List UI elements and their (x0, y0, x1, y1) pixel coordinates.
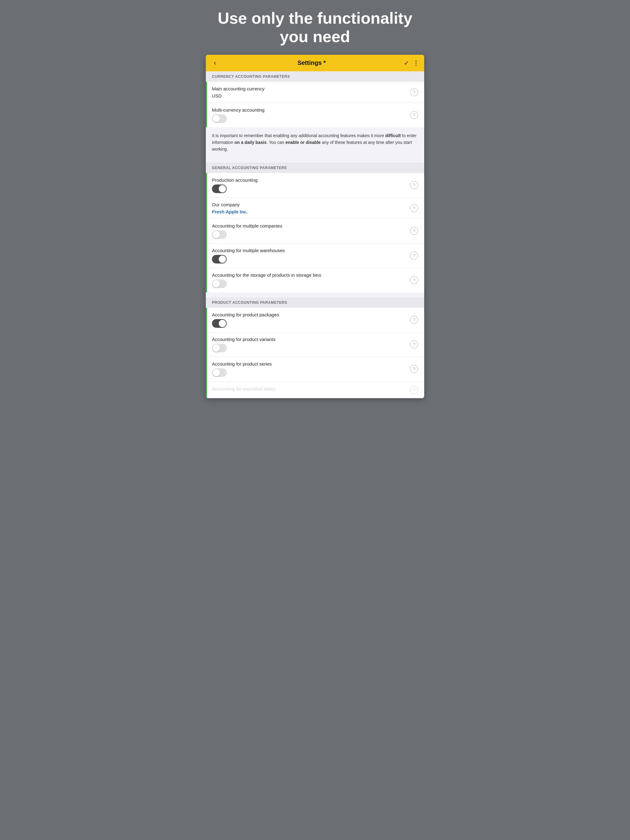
row-content: Our company Fresh Apple Inc. (212, 202, 410, 214)
row-value: USD (212, 93, 410, 98)
storage-bins-toggle[interactable] (212, 279, 227, 288)
table-row: Multi-currency accounting ? (207, 103, 424, 127)
row-content: Accounting for product series (212, 361, 410, 377)
table-row: Accounting for expiration dates ? (207, 382, 424, 398)
section-header-currency: CURRENCY ACCOUNTING PARAMETERS (206, 71, 424, 82)
row-label: Accounting for product series (212, 361, 410, 366)
row-label: Multi-currency accounting (212, 107, 410, 112)
row-content: Accounting for multiple companies (212, 223, 410, 239)
help-icon[interactable]: ? (410, 276, 418, 284)
product-group: Accounting for product packages ? Accoun… (206, 308, 424, 398)
row-content: Multi-currency accounting (212, 107, 410, 123)
row-value-company[interactable]: Fresh Apple Inc. (212, 209, 410, 214)
row-content: Accounting for the storage of products i… (212, 272, 410, 288)
table-row: Our company Fresh Apple Inc. ? (207, 198, 424, 219)
page-wrapper: Use only the functionality you need ‹ Se… (199, 0, 431, 411)
toggle-thumb (212, 115, 220, 122)
row-content: Accounting for multiple warehouses (212, 248, 410, 264)
toggle-thumb (219, 256, 226, 263)
help-icon[interactable]: ? (410, 365, 418, 373)
row-label: Accounting for multiple warehouses (212, 248, 410, 253)
toggle-thumb (219, 320, 226, 327)
table-row: Accounting for product packages ? (207, 308, 424, 332)
row-label: Accounting for multiple companies (212, 223, 410, 229)
row-label: Accounting for expiration dates (212, 386, 410, 392)
confirm-button[interactable]: ✓ (404, 59, 409, 67)
product-packages-toggle[interactable] (212, 319, 227, 328)
multiple-companies-toggle[interactable] (212, 230, 227, 239)
table-row: Main accounting currency USD ? (207, 82, 424, 103)
row-content: Accounting for product packages (212, 312, 410, 328)
toggle-thumb (212, 344, 220, 352)
row-label: Accounting for the storage of products i… (212, 272, 410, 278)
table-row: Accounting for product variants ? (207, 332, 424, 357)
help-icon[interactable]: ? (410, 88, 418, 96)
app-container: ‹ Settings * ✓ ⋮ CURRENCY ACCOUNTING PAR… (206, 55, 424, 398)
toggle-thumb (212, 280, 220, 287)
help-icon[interactable]: ? (410, 316, 418, 324)
spacer (206, 158, 424, 163)
hero-title: Use only the functionality you need (206, 9, 424, 46)
currency-group: Main accounting currency USD ? Multi-cur… (206, 82, 424, 127)
help-icon[interactable]: ? (410, 340, 418, 348)
toolbar-actions: ✓ ⋮ (404, 59, 419, 67)
toggle-thumb (219, 185, 226, 193)
general-group: Production accounting ? Our company Fres… (206, 173, 424, 292)
table-row: Production accounting ? (207, 173, 424, 198)
product-variants-toggle[interactable] (212, 344, 227, 352)
toggle-thumb (212, 231, 220, 238)
info-block: It is important to remember that enablin… (206, 127, 424, 158)
row-label: Production accounting (212, 177, 410, 183)
toolbar-title: Settings * (222, 59, 401, 66)
more-menu-button[interactable]: ⋮ (413, 59, 419, 67)
row-label: Our company (212, 202, 410, 207)
help-icon[interactable]: ? (410, 386, 418, 394)
help-icon[interactable]: ? (410, 181, 418, 189)
table-row: Accounting for the storage of products i… (207, 268, 424, 292)
toolbar: ‹ Settings * ✓ ⋮ (206, 55, 424, 71)
toggle-thumb (212, 369, 220, 376)
table-row: Accounting for multiple companies ? (207, 219, 424, 243)
row-label: Accounting for product variants (212, 337, 410, 342)
help-icon[interactable]: ? (410, 111, 418, 119)
row-label: Accounting for product packages (212, 312, 410, 317)
multi-currency-toggle[interactable] (212, 114, 227, 123)
help-icon[interactable]: ? (410, 204, 418, 212)
row-content: Accounting for expiration dates (212, 386, 410, 393)
back-button[interactable]: ‹ (211, 59, 219, 67)
table-row: Accounting for multiple warehouses ? (207, 243, 424, 268)
row-content: Production accounting (212, 177, 410, 193)
row-content: Main accounting currency USD (212, 86, 410, 98)
spacer (206, 292, 424, 297)
section-header-general: GENERAL ACCOUNTING PARAMETERS (206, 163, 424, 173)
product-series-toggle[interactable] (212, 368, 227, 377)
row-content: Accounting for product variants (212, 337, 410, 352)
help-icon[interactable]: ? (410, 227, 418, 235)
table-row: Accounting for product series ? (207, 357, 424, 382)
row-label: Main accounting currency (212, 86, 410, 91)
help-icon[interactable]: ? (410, 251, 418, 259)
section-header-product: PRODUCT ACCOUNTING PARAMETERS (206, 297, 424, 308)
multiple-warehouses-toggle[interactable] (212, 255, 227, 264)
production-accounting-toggle[interactable] (212, 185, 227, 193)
